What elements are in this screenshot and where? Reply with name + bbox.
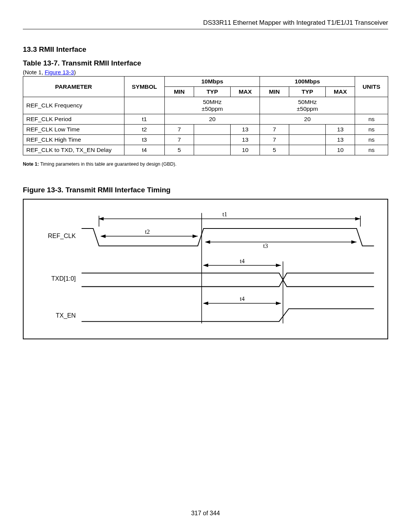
header-right: DS33R11 Ethernet Mapper with Integrated …: [203, 19, 388, 26]
table-row: REF_CLK Period t1 20 20 ns: [23, 114, 388, 125]
figure-title: Figure 13-3. Transmit RMII Interface Tim…: [23, 186, 388, 194]
table-note-ref: (Note 1, Figure 13-3): [23, 69, 388, 75]
th-10mbps: 10Mbps: [165, 77, 260, 87]
th-min10: MIN: [165, 87, 194, 97]
th-units: UNITS: [355, 77, 388, 97]
table-title: Table 13-7. Transmit RMII Interface: [23, 59, 388, 67]
th-max10: MAX: [231, 87, 260, 97]
table-row: REF_CLK High Time t3 7 13 7 13 ns: [23, 135, 388, 145]
txen-label: TX_EN: [56, 312, 76, 319]
th-typ100: TYP: [289, 87, 326, 97]
timing-table: PARAMETER SYMBOL 10Mbps 100Mbps UNITS MI…: [23, 76, 388, 155]
page-header: DS33R11 Ethernet Mapper with Integrated …: [23, 19, 388, 29]
th-typ10: TYP: [194, 87, 231, 97]
table-note: Note 1: Note 1: Timing parameters in thi…: [23, 161, 388, 167]
txd-label: TXD[1:0]: [51, 275, 76, 282]
t2-label: t2: [145, 228, 150, 235]
t4-upper-label: t4: [240, 257, 245, 265]
th-symbol: SYMBOL: [124, 77, 165, 97]
page-footer: 317 of 344: [0, 510, 411, 517]
t4-lower-label: t4: [240, 295, 245, 302]
t1-label: t1: [223, 211, 228, 218]
refclk-label: REF_CLK: [48, 232, 76, 240]
timing-diagram: t1 REF_CLK t2 t3 t4 TXD[1:0] t4: [23, 199, 388, 339]
th-100mbps: 100Mbps: [260, 77, 355, 87]
timing-svg: t1 REF_CLK t2 t3 t4 TXD[1:0] t4: [31, 207, 380, 328]
table-row: REF_CLK Low Time t2 7 13 7 13 ns: [23, 125, 388, 135]
table-row: REF_CLK to TXD, TX_EN Delay t4 5 10 5 10…: [23, 145, 388, 155]
th-max100: MAX: [326, 87, 355, 97]
table-row: REF_CLK Frequency 50MHz ±50ppm 50MHz ±50…: [23, 97, 388, 114]
th-min100: MIN: [260, 87, 289, 97]
th-parameter: PARAMETER: [23, 77, 124, 97]
figure-ref-link[interactable]: Figure 13-3: [45, 69, 74, 75]
t3-label: t3: [263, 242, 268, 249]
section-heading: 13.3 RMII Interface: [23, 45, 388, 54]
